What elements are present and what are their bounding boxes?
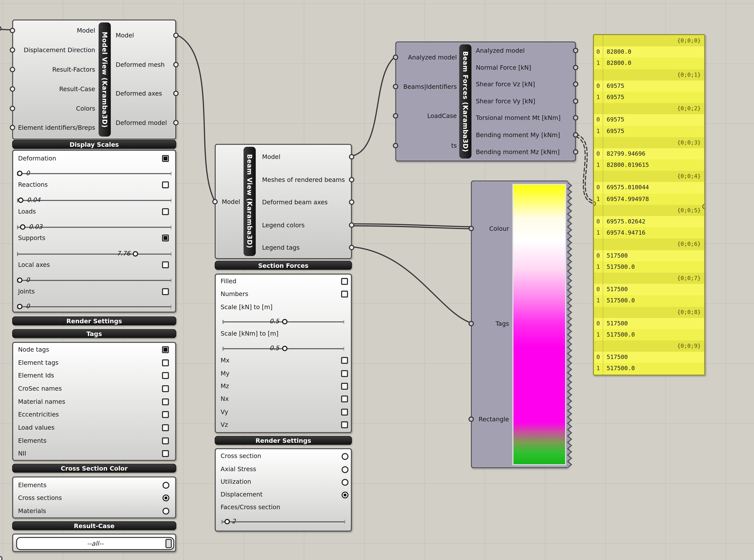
- load-values-checkbox[interactable]: [162, 424, 169, 431]
- beam-forces-output-port-normal-force[interactable]: [573, 65, 578, 70]
- crosec-names-checkbox[interactable]: [162, 385, 169, 392]
- nx-checkbox[interactable]: [341, 396, 348, 402]
- legend-component[interactable]: Colour Tags Rectangle: [471, 180, 568, 468]
- displacement-radio[interactable]: [342, 492, 348, 498]
- vz-label: Vz: [221, 421, 228, 428]
- legend-input-port-tags[interactable]: [469, 321, 474, 326]
- loads-checkbox[interactable]: [162, 208, 169, 215]
- model-view-component[interactable]: Model View (Karamba3D) Model Displacemen…: [12, 20, 176, 139]
- node-tags-checkbox[interactable]: [162, 346, 169, 353]
- beam-forces-input-port-beams-identifiers[interactable]: [393, 84, 398, 89]
- axial-stress-radio[interactable]: [342, 466, 348, 473]
- loads-label: Loads: [18, 208, 36, 215]
- csc-materials-radio[interactable]: [162, 508, 169, 515]
- legend-input-port-rectangle[interactable]: [469, 417, 474, 422]
- beam-view-component[interactable]: Beam View (Karamba3D) Model Model Meshes…: [215, 144, 352, 259]
- tags-panel[interactable]: Node tags Element tags Element Ids CroSe…: [12, 342, 176, 461]
- model-view-input-port-model[interactable]: [10, 28, 15, 33]
- grasshopper-canvas[interactable]: Model View (Karamba3D) Model Displacemen…: [0, 0, 754, 560]
- beam-view-output-port-legend-tags[interactable]: [349, 245, 354, 250]
- beam-forces-output-port-bending-my[interactable]: [573, 132, 578, 138]
- beam-forces-title-bar[interactable]: Beam Forces (Karamba3D): [459, 44, 471, 159]
- beam-forces-output-label-normal-force: Normal Force [kN]: [476, 64, 531, 71]
- model-view-input-port-result-case[interactable]: [10, 86, 15, 92]
- model-view-output-port-deformed-mesh[interactable]: [173, 62, 179, 67]
- beam-view-output-port-legend-colors[interactable]: [349, 222, 354, 228]
- beam-forces-component[interactable]: Beam Forces (Karamba3D) Analyzed model B…: [395, 41, 576, 161]
- offscreen-wire-port-bottom[interactable]: [0, 556, 2, 560]
- beam-forces-input-port-loadcase[interactable]: [393, 113, 398, 119]
- model-view-input-port-colors[interactable]: [10, 106, 15, 111]
- offscreen-wire-port-top[interactable]: [0, 26, 2, 31]
- nx-label: Nx: [221, 395, 229, 402]
- scale-knm-slider-knob[interactable]: [282, 346, 288, 351]
- nii-checkbox[interactable]: [162, 450, 169, 457]
- scale-kn-slider-knob[interactable]: [282, 319, 288, 324]
- csc-cross-sections-radio[interactable]: [162, 495, 169, 501]
- beam-view-output-port-deformed-beam-axes[interactable]: [349, 199, 354, 205]
- vz-checkbox[interactable]: [341, 421, 348, 428]
- reactions-slider-knob[interactable]: [18, 198, 23, 203]
- my-checkbox[interactable]: [341, 370, 348, 377]
- beam-forces-input-port-analyzed-model[interactable]: [393, 55, 398, 60]
- model-view-output-port-deformed-axes[interactable]: [173, 91, 179, 96]
- beam-forces-output-port-analyzed-model[interactable]: [573, 48, 578, 53]
- model-view-input-port-result-factors[interactable]: [10, 67, 15, 72]
- model-view-title-bar[interactable]: Model View (Karamba3D): [99, 22, 111, 137]
- result-case-dropdown[interactable]: --all--: [16, 537, 174, 550]
- element-ids-checkbox[interactable]: [162, 372, 169, 379]
- model-view-input-port-element-identifiers[interactable]: [10, 125, 15, 131]
- element-tags-checkbox[interactable]: [162, 359, 169, 366]
- joints-slider-track[interactable]: [17, 306, 171, 307]
- numbers-checkbox[interactable]: [341, 291, 348, 297]
- display-scales-panel[interactable]: Deformation 0 Reactions 0.04 Loads 0.03 …: [12, 149, 176, 313]
- row-index: 0: [596, 318, 600, 329]
- section-forces-panel[interactable]: Filled Numbers Scale [kN] to [m] 0.5 Sca…: [215, 274, 352, 433]
- csc-elements-radio[interactable]: [162, 482, 169, 488]
- result-case-panel[interactable]: --all--: [12, 534, 176, 552]
- supports-slider-knob[interactable]: [133, 251, 138, 257]
- model-view-output-port-model[interactable]: [173, 33, 179, 38]
- joints-slider-knob[interactable]: [17, 304, 22, 309]
- data-panel[interactable]: {0;0;0} 082800.0 182800.0 {0;0;1} 069575…: [593, 34, 705, 376]
- joints-checkbox[interactable]: [162, 288, 169, 295]
- reactions-checkbox[interactable]: [162, 181, 169, 188]
- faces-slider-track[interactable]: [221, 521, 345, 522]
- row-value: 517500.0: [606, 295, 635, 307]
- beam-view-title-bar[interactable]: Beam View (Karamba3D): [244, 147, 256, 256]
- beam-view-output-port-meshes[interactable]: [349, 177, 354, 182]
- legend-input-port-colour[interactable]: [469, 226, 474, 231]
- result-case-dropdown-button[interactable]: [166, 539, 172, 548]
- faces-slider-knob[interactable]: [225, 519, 230, 524]
- cross-section-radio[interactable]: [342, 453, 348, 460]
- mz-checkbox[interactable]: [341, 383, 348, 390]
- bv-render-settings-panel[interactable]: Cross section Axial Stress Utilization D…: [215, 448, 352, 532]
- model-view-output-port-deformed-model[interactable]: [173, 120, 179, 125]
- mx-checkbox[interactable]: [341, 357, 348, 364]
- local-axes-checkbox[interactable]: [162, 261, 169, 268]
- local-axes-slider-knob[interactable]: [17, 278, 22, 283]
- utilization-radio[interactable]: [342, 479, 348, 486]
- beam-forces-output-port-shear-vz[interactable]: [573, 81, 578, 87]
- supports-slider-track[interactable]: [17, 254, 171, 255]
- deformation-slider-knob[interactable]: [17, 171, 22, 176]
- supports-checkbox[interactable]: [162, 235, 169, 241]
- eccentricities-checkbox[interactable]: [162, 411, 169, 418]
- deformation-checkbox[interactable]: [162, 155, 169, 162]
- beam-forces-output-port-shear-vy[interactable]: [573, 99, 578, 104]
- beam-forces-output-port-bending-mz[interactable]: [573, 149, 578, 155]
- filled-checkbox[interactable]: [341, 278, 348, 285]
- loads-slider-knob[interactable]: [20, 224, 25, 230]
- model-view-input-port-displacement-direction[interactable]: [10, 47, 15, 53]
- material-names-checkbox[interactable]: [162, 398, 169, 405]
- beam-view-input-port-model[interactable]: [212, 199, 218, 204]
- beam-view-output-port-model[interactable]: [349, 154, 354, 160]
- deformation-slider-track[interactable]: [17, 173, 171, 174]
- beam-forces-output-port-torsional-mt[interactable]: [573, 115, 578, 120]
- beam-forces-input-port-ts[interactable]: [393, 143, 398, 148]
- csc-elements-label: Elements: [18, 481, 46, 489]
- local-axes-slider-track[interactable]: [17, 280, 171, 281]
- cross-section-color-panel[interactable]: Elements Cross sections Materials: [12, 477, 176, 519]
- vy-checkbox[interactable]: [341, 408, 348, 415]
- elements-tag-checkbox[interactable]: [162, 437, 169, 444]
